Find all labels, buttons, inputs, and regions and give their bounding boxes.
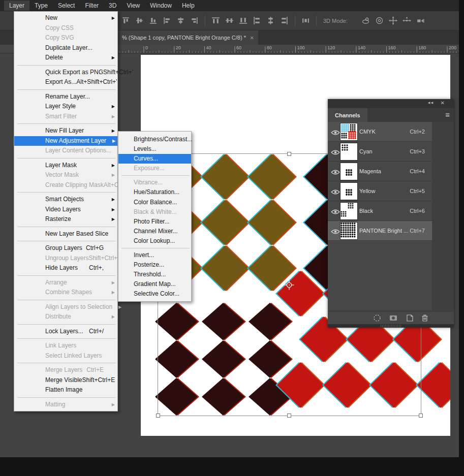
menu-item-new-adjustment-layer[interactable]: New Adjustment Layer▶ — [14, 136, 117, 146]
menu-item-new[interactable]: New▶ — [14, 13, 117, 23]
visibility-eye-icon[interactable] — [331, 228, 341, 237]
menu-item-duplicate-layer[interactable]: Duplicate Layer... — [14, 43, 117, 53]
align-bottom-edges-icon[interactable] — [149, 16, 158, 25]
selection-handle[interactable] — [287, 414, 291, 418]
menu-item-smart-objects[interactable]: Smart Objects▶ — [14, 195, 117, 205]
menu-item-select-linked-layers[interactable]: Select Linked Layers — [14, 351, 117, 361]
align-right-edges-icon[interactable] — [190, 16, 199, 25]
align-horizontal-centers-icon[interactable] — [176, 16, 185, 25]
submenu-item-vibrance[interactable]: Vibrance... — [118, 178, 191, 187]
submenu-item-photo-filter[interactable]: Photo Filter... — [118, 217, 191, 227]
submenu-item-selective-color[interactable]: Selective Color... — [118, 289, 191, 299]
menubar-item-window[interactable]: Window — [145, 1, 177, 11]
menu-item-export-as[interactable]: Export As...Alt+Shift+Ctrl+' — [14, 77, 117, 87]
submenu-item-levels[interactable]: Levels... — [118, 144, 191, 154]
menu-item-copy-svg[interactable]: Copy SVG — [14, 33, 117, 43]
close-tab-icon[interactable]: ✕ — [250, 35, 254, 41]
menu-item-flatten-image[interactable]: Flatten Image — [14, 385, 117, 395]
menubar-item-help[interactable]: Help — [177, 1, 200, 11]
document-tab[interactable]: % (Shape 1 copy, PANTONE Bright Orange C… — [118, 30, 258, 45]
submenu-item-threshold[interactable]: Threshold... — [118, 270, 191, 279]
submenu-item-gradient-map[interactable]: Gradient Map... — [118, 279, 191, 289]
distribute-top-edges-icon[interactable] — [211, 16, 220, 25]
distribute-right-edges-icon[interactable] — [280, 16, 289, 25]
align-left-edges-icon[interactable] — [163, 16, 171, 25]
orbit-3d-camera-icon[interactable] — [361, 16, 370, 25]
pan-3d-camera-icon[interactable] — [389, 16, 397, 25]
new-channel-icon[interactable] — [405, 313, 415, 323]
channel-row-magenta[interactable]: MagentaCtrl+4 — [328, 162, 432, 181]
menubar-item-view[interactable]: View — [121, 1, 145, 11]
menu-item-layer-mask[interactable]: Layer Mask▶ — [14, 161, 117, 171]
channel-thumbnail[interactable] — [340, 163, 358, 180]
close-panel-icon[interactable]: ✕ — [441, 100, 445, 106]
roll-3d-camera-icon[interactable] — [375, 16, 384, 25]
submenu-item-curves[interactable]: Curves... — [118, 154, 191, 164]
menu-item-lock-layers[interactable]: Lock Layers...Ctrl+/ — [14, 327, 117, 337]
channel-thumbnail[interactable] — [340, 222, 358, 240]
visibility-eye-icon[interactable] — [331, 208, 341, 217]
menu-item-new-fill-layer[interactable]: New Fill Layer▶ — [14, 126, 117, 136]
menu-item-ungroup-layers[interactable]: Ungroup LayersShift+Ctrl+G — [14, 253, 117, 264]
channel-thumbnail[interactable] — [340, 143, 358, 161]
distribute-left-edges-icon[interactable] — [253, 16, 261, 25]
channel-row-cmyk[interactable]: CMYKCtrl+2 — [328, 122, 432, 142]
submenu-item-hue-saturation[interactable]: Hue/Saturation... — [118, 187, 191, 197]
menu-item-smart-filter[interactable]: Smart Filter▶ — [14, 112, 117, 122]
channel-thumbnail[interactable] — [340, 123, 358, 141]
submenu-item-channel-mixer[interactable]: Channel Mixer... — [118, 227, 191, 236]
channel-thumbnail[interactable] — [340, 182, 358, 200]
menu-item-group-layers[interactable]: Group LayersCtrl+G — [14, 243, 117, 253]
channel-row-black[interactable]: BlackCtrl+6 — [328, 201, 432, 221]
slide-3d-camera-icon[interactable] — [403, 16, 411, 25]
menu-item-new-layer-based-slice[interactable]: New Layer Based Slice — [14, 229, 117, 239]
panel-menu-icon[interactable]: ≡ — [445, 110, 450, 119]
load-channel-as-selection-icon[interactable] — [373, 313, 383, 323]
menu-item-link-layers[interactable]: Link Layers — [14, 341, 117, 351]
submenu-item-invert[interactable]: Invert... — [118, 250, 191, 260]
menubar-item-filter[interactable]: Filter — [80, 1, 104, 11]
collapse-panel-icon[interactable]: ◀◀ — [428, 101, 434, 104]
visibility-eye-icon[interactable] — [331, 148, 341, 157]
submenu-item-color-balance[interactable]: Color Balance... — [118, 198, 191, 207]
distribute-spacing-icon[interactable] — [301, 16, 310, 25]
panel-resize-strip[interactable] — [328, 324, 454, 328]
menu-item-rename-layer[interactable]: Rename Layer... — [14, 92, 117, 102]
menu-item-video-layers[interactable]: Video Layers▶ — [14, 205, 117, 215]
menu-item-create-clipping-mask[interactable]: Create Clipping MaskAlt+Ctrl+G — [14, 180, 117, 191]
visibility-eye-icon[interactable] — [331, 188, 341, 197]
menu-item-delete[interactable]: Delete▶ — [14, 53, 117, 63]
visibility-eye-icon[interactable] — [331, 168, 341, 177]
align-vertical-centers-icon[interactable] — [135, 16, 144, 25]
submenu-item-black-white[interactable]: Black & White... — [118, 207, 191, 217]
submenu-item-color-lookup[interactable]: Color Lookup... — [118, 236, 191, 246]
menu-item-quick-export-as-png[interactable]: Quick Export as PNGShift+Ctrl+' — [14, 68, 117, 78]
menu-item-distribute[interactable]: Distribute▶ — [14, 312, 117, 322]
selection-handle[interactable] — [287, 152, 291, 156]
channel-row-cyan[interactable]: CyanCtrl+3 — [328, 142, 432, 162]
submenu-item-brightness-contrast[interactable]: Brightness/Contrast... — [118, 135, 191, 144]
menu-item-matting[interactable]: Matting▶ — [14, 400, 117, 410]
menu-item-combine-shapes[interactable]: Combine Shapes▶ — [14, 288, 117, 298]
tab-channels[interactable]: Channels — [328, 108, 367, 122]
channel-thumbnail[interactable] — [340, 202, 358, 220]
align-top-edges-icon[interactable] — [121, 16, 130, 25]
menu-item-arrange[interactable]: Arrange▶ — [14, 278, 117, 288]
move-3d-camera-icon[interactable] — [416, 16, 425, 25]
submenu-item-posterize[interactable]: Posterize... — [118, 260, 191, 270]
channel-row-yellow[interactable]: YellowCtrl+5 — [328, 181, 432, 201]
menu-item-layer-style[interactable]: Layer Style▶ — [14, 102, 117, 112]
menu-item-merge-visible[interactable]: Merge VisibleShift+Ctrl+E — [14, 375, 117, 386]
menu-item-vector-mask[interactable]: Vector Mask▶ — [14, 170, 117, 180]
visibility-eye-icon[interactable] — [331, 129, 341, 138]
menubar-item-type[interactable]: Type — [29, 1, 53, 11]
distribute-bottom-edges-icon[interactable] — [239, 16, 248, 25]
menu-item-layer-content-options[interactable]: Layer Content Options... — [14, 146, 117, 156]
selection-handle[interactable] — [419, 414, 423, 418]
distribute-horizontal-centers-icon[interactable] — [266, 16, 275, 25]
menu-item-merge-layers[interactable]: Merge LayersCtrl+E — [14, 365, 117, 375]
distribute-vertical-centers-icon[interactable] — [225, 16, 234, 25]
save-selection-as-channel-icon[interactable] — [389, 313, 399, 323]
menubar-item-select[interactable]: Select — [53, 1, 80, 11]
menubar-item-layer[interactable]: Layer — [4, 1, 29, 11]
